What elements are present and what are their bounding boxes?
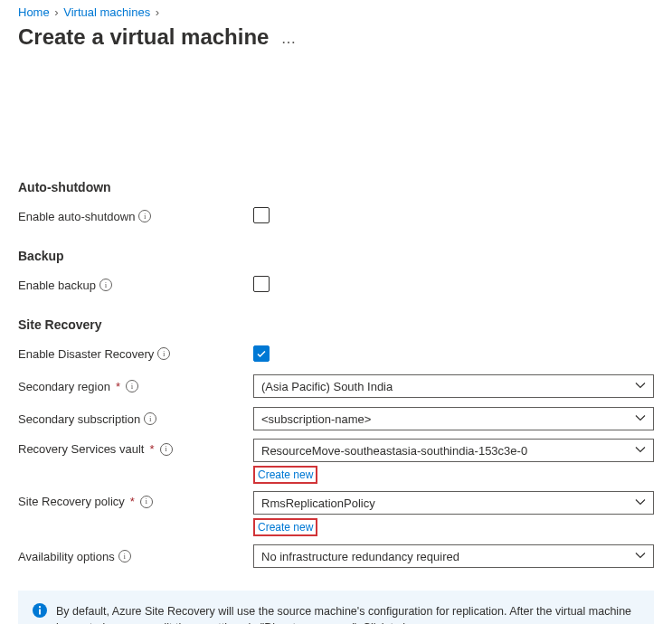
info-banner-text: By default, Azure Site Recovery will use… (56, 603, 639, 624)
site-recovery-policy-label: Site Recovery policy (18, 495, 125, 508)
enable-auto-shutdown-label: Enable auto-shutdown (18, 210, 135, 223)
recovery-services-vault-select[interactable]: ResourceMove-southeastasia-southindia-15… (253, 439, 654, 462)
info-icon[interactable]: i (160, 443, 173, 456)
availability-options-select[interactable]: No infrastructure redundancy required (253, 544, 654, 568)
chevron-right-icon: › (154, 5, 161, 19)
breadcrumb-home[interactable]: Home (18, 5, 50, 19)
chevron-down-icon (635, 550, 646, 563)
site-recovery-info-banner[interactable]: By default, Azure Site Recovery will use… (18, 591, 654, 624)
section-site-recovery: Site Recovery (18, 317, 654, 332)
enable-auto-shutdown-checkbox[interactable] (253, 207, 270, 223)
secondary-subscription-value: <subscription-name> (261, 412, 371, 426)
info-icon[interactable]: i (157, 347, 170, 360)
info-icon[interactable]: i (126, 380, 138, 392)
create-new-vault-link[interactable]: Create new (253, 466, 317, 484)
breadcrumb: Home › Virtual machines › (18, 0, 654, 23)
enable-disaster-recovery-checkbox[interactable] (253, 345, 270, 362)
info-icon[interactable]: i (138, 210, 151, 222)
required-indicator: * (114, 380, 122, 393)
recovery-services-vault-value: ResourceMove-southeastasia-southindia-15… (261, 444, 527, 458)
info-icon[interactable]: i (118, 550, 131, 563)
site-recovery-policy-select[interactable]: RmsReplicationPolicy (253, 491, 654, 515)
secondary-region-label: Secondary region (18, 380, 110, 393)
secondary-region-select[interactable]: (Asia Pacific) South India (253, 374, 654, 398)
info-icon[interactable]: i (99, 279, 112, 291)
page-title: Create a virtual machine (18, 24, 269, 50)
enable-disaster-recovery-label: Enable Disaster Recovery (18, 347, 154, 361)
availability-options-value: No infrastructure redundancy required (261, 550, 459, 563)
enable-backup-checkbox[interactable] (253, 276, 270, 292)
secondary-subscription-select[interactable]: <subscription-name> (253, 407, 654, 430)
chevron-right-icon: › (52, 5, 60, 19)
chevron-down-icon (635, 380, 646, 393)
secondary-subscription-label: Secondary subscription (18, 412, 140, 426)
svg-point-2 (39, 606, 41, 608)
info-filled-icon (33, 603, 47, 624)
chevron-down-icon (635, 412, 646, 426)
enable-backup-label: Enable backup (18, 279, 96, 292)
section-backup: Backup (18, 249, 654, 263)
required-indicator: * (147, 442, 156, 456)
recovery-services-vault-label: Recovery Services vault (18, 442, 144, 456)
chevron-down-icon (635, 496, 646, 510)
more-actions-icon[interactable]: ⋯ (281, 33, 298, 51)
chevron-down-icon (635, 444, 646, 458)
svg-rect-1 (39, 610, 41, 615)
create-new-policy-link[interactable]: Create new (253, 518, 317, 536)
info-icon[interactable]: i (144, 412, 156, 425)
breadcrumb-virtual-machines[interactable]: Virtual machines (63, 5, 150, 19)
info-icon[interactable]: i (140, 496, 153, 508)
site-recovery-policy-value: RmsReplicationPolicy (261, 496, 375, 510)
secondary-region-value: (Asia Pacific) South India (261, 380, 393, 393)
required-indicator: * (128, 495, 137, 508)
section-auto-shutdown: Auto-shutdown (18, 180, 654, 194)
availability-options-label: Availability options (18, 550, 115, 563)
